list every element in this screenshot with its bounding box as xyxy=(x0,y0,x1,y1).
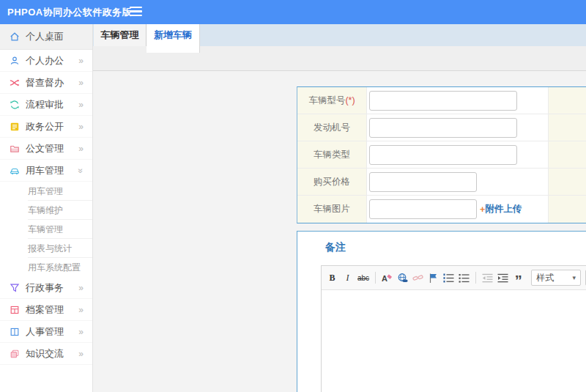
app-title: PHPOA协同办公软件政务版 xyxy=(7,0,132,24)
remark-panel: 备注 B I abc A xyxy=(297,231,586,392)
sidebar-item-desktop[interactable]: 个人桌面 xyxy=(0,24,92,50)
bulletin-icon xyxy=(10,122,20,132)
purchase-price-input[interactable] xyxy=(369,172,477,192)
flag-icon xyxy=(428,273,439,284)
vehicle-form: 车辆型号(*) 发动机号 车辆类型 购买价格 xyxy=(297,86,586,223)
sidebar-item-label: 个人办公 xyxy=(26,54,64,67)
bulleted-list-icon xyxy=(459,273,470,284)
field-label-text: 车辆图片 xyxy=(314,203,350,215)
vehicle-type-input[interactable] xyxy=(369,145,517,165)
sidebar-item-hr-management[interactable]: 人事管理 » xyxy=(0,321,92,343)
outdent-icon xyxy=(482,273,493,284)
chevron-right-icon: » xyxy=(78,122,84,132)
chevron-down-icon: ▾ xyxy=(573,274,576,281)
anchor-flag-button[interactable] xyxy=(428,270,439,285)
submenu-item-system-config[interactable]: 用车系统配置 xyxy=(28,258,92,277)
form-right-column xyxy=(548,196,586,223)
field-label-text: 发动机号 xyxy=(314,122,350,134)
link-icon xyxy=(397,273,408,284)
sidebar-item-label: 公文管理 xyxy=(26,142,64,155)
user-icon xyxy=(10,56,20,66)
hamburger-menu-icon[interactable] xyxy=(130,7,143,18)
blockquote-button[interactable]: ” xyxy=(513,270,524,285)
tab-vehicle-management[interactable]: 车辆管理 xyxy=(94,24,146,46)
tab-bar: 车辆管理 新增车辆 xyxy=(93,24,586,46)
sidebar-item-label: 人事管理 xyxy=(26,325,64,339)
shuffle-icon xyxy=(10,78,20,88)
sidebar: 个人桌面 个人办公 » 督查督办 » 流程审批 » 政务公开 » 公文管理 » xyxy=(0,24,93,392)
vehicle-submenu: 用车管理 车辆维护 车辆管理 报表与统计 用车系统配置 xyxy=(0,182,92,277)
sidebar-item-document-management[interactable]: 公文管理 » xyxy=(0,138,92,160)
form-right-column xyxy=(548,114,586,141)
sidebar-item-gov-disclosure[interactable]: 政务公开 » xyxy=(0,116,92,138)
plus-icon: + xyxy=(480,204,485,215)
chevron-right-icon: » xyxy=(78,56,84,66)
sidebar-item-archive-management[interactable]: 档案管理 » xyxy=(0,299,92,321)
outdent-button[interactable] xyxy=(482,270,493,285)
sidebar-item-admin-affairs[interactable]: 行政事务 » xyxy=(0,277,92,299)
submenu-item-reports-statistics[interactable]: 报表与统计 xyxy=(28,239,92,258)
richtext-editor: B I abc A xyxy=(321,265,586,392)
bulleted-list-button[interactable] xyxy=(459,270,470,285)
sync-icon xyxy=(10,100,20,110)
attachment-upload-link[interactable]: +附件上传 xyxy=(480,203,522,215)
toolbar-separator xyxy=(475,272,476,284)
editor-content-area[interactable] xyxy=(322,290,586,392)
svg-text:A: A xyxy=(382,274,387,283)
sidebar-item-label: 政务公开 xyxy=(26,120,64,133)
archive-icon xyxy=(10,305,20,315)
remark-title: 备注 xyxy=(325,241,346,254)
vehicle-model-input[interactable] xyxy=(369,91,517,111)
field-label: 车辆图片 xyxy=(297,196,367,223)
layers-icon xyxy=(10,349,20,359)
form-row-purchase-price: 购买价格 xyxy=(297,169,586,196)
field-label-text: 车辆型号 xyxy=(308,95,345,107)
link-button[interactable] xyxy=(397,270,408,285)
indent-icon xyxy=(497,273,508,284)
unlink-icon xyxy=(412,273,423,284)
attachment-upload-label: 附件上传 xyxy=(485,203,522,215)
sidebar-item-vehicle-management[interactable]: 用车管理 » xyxy=(0,160,92,182)
sidebar-item-label: 行政事务 xyxy=(26,281,64,295)
chevron-right-icon: » xyxy=(78,144,84,154)
ordered-list-button[interactable] xyxy=(443,270,454,285)
form-row-vehicle-type: 车辆类型 xyxy=(297,141,586,169)
chevron-right-icon: » xyxy=(78,305,84,315)
sidebar-item-label: 档案管理 xyxy=(26,303,64,317)
remove-format-button[interactable]: A xyxy=(382,270,393,285)
submenu-item-vehicle-maintenance[interactable]: 车辆维护 xyxy=(28,201,92,220)
sidebar-item-label: 用车管理 xyxy=(26,164,64,177)
field-label-text: 购买价格 xyxy=(314,176,350,188)
chevron-right-icon: » xyxy=(78,283,84,293)
sidebar-item-workflow-approval[interactable]: 流程审批 » xyxy=(0,94,92,116)
styles-dropdown-label: 样式 xyxy=(536,272,554,284)
submenu-item-vehicle-use[interactable]: 用车管理 xyxy=(28,182,92,201)
submenu-item-vehicle-manage[interactable]: 车辆管理 xyxy=(28,220,92,239)
strikethrough-button[interactable]: abc xyxy=(357,270,369,285)
editor-toolbar: B I abc A xyxy=(322,266,586,290)
indent-button[interactable] xyxy=(497,270,508,285)
toolbar-separator xyxy=(375,272,376,284)
engine-number-input[interactable] xyxy=(369,118,517,138)
styles-dropdown[interactable]: 样式 ▾ xyxy=(531,270,581,286)
sidebar-item-supervision[interactable]: 督查督办 » xyxy=(0,72,92,94)
field-label: 车辆类型 xyxy=(297,141,367,168)
vehicle-image-input[interactable] xyxy=(369,199,477,219)
remove-format-icon: A xyxy=(382,273,393,284)
sidebar-item-label: 个人桌面 xyxy=(26,30,64,43)
form-right-column xyxy=(548,87,586,114)
car-icon xyxy=(10,166,20,176)
sidebar-item-knowledge-exchange[interactable]: 知识交流 » xyxy=(0,343,92,365)
tab-add-vehicle[interactable]: 新增车辆 xyxy=(146,24,200,53)
field-label-text: 车辆类型 xyxy=(314,149,350,161)
app-window: PHPOA协同办公软件政务版 个人桌面 个人办公 » 督查督办 » 流程审批 »… xyxy=(0,0,586,392)
form-row-vehicle-model: 车辆型号(*) xyxy=(297,87,586,114)
bold-button[interactable]: B xyxy=(327,270,338,285)
sidebar-item-label: 流程审批 xyxy=(26,98,64,111)
book-icon xyxy=(10,327,20,337)
filter-icon xyxy=(10,283,20,293)
sidebar-item-personal-office[interactable]: 个人办公 » xyxy=(0,50,92,72)
unlink-button[interactable] xyxy=(412,270,423,285)
required-marker: (*) xyxy=(345,95,355,106)
italic-button[interactable]: I xyxy=(342,270,353,285)
